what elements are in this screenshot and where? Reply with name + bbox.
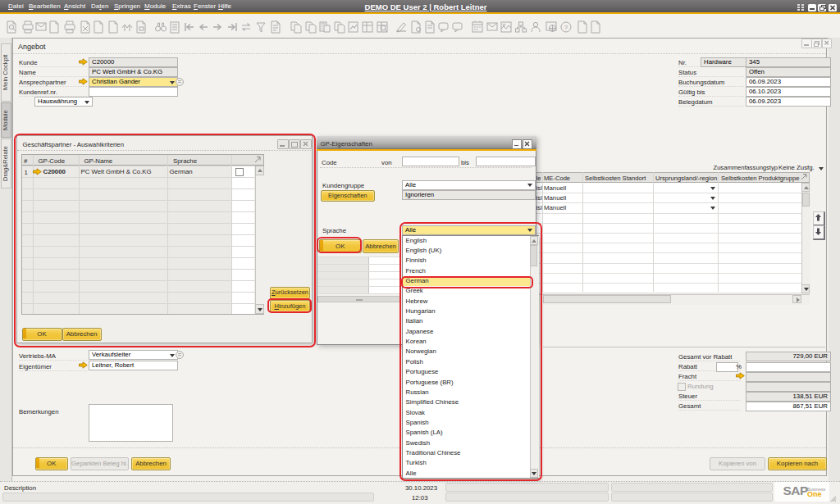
svg-text:?: ? xyxy=(564,24,568,31)
